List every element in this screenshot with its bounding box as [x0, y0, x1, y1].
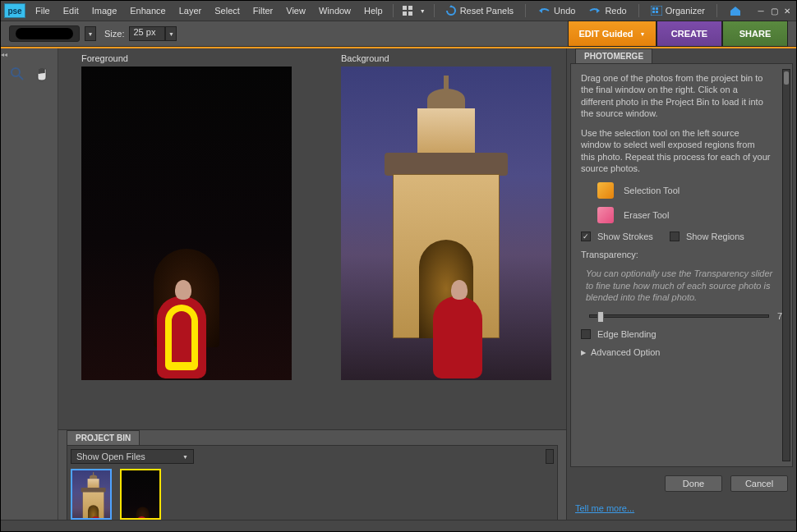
zoom-tool[interactable] [8, 65, 26, 83]
show-strokes-label: Show Strokes [597, 232, 653, 241]
svg-rect-0 [403, 6, 407, 10]
menu-enhance[interactable]: Enhance [123, 6, 172, 16]
svg-rect-2 [403, 11, 407, 16]
separator [525, 4, 526, 17]
brush-preset-dropdown[interactable]: ▼ [85, 26, 96, 41]
hand-tool[interactable] [33, 65, 51, 83]
size-control: 25 px ▼ [129, 26, 177, 41]
svg-point-9 [12, 68, 20, 76]
pencil-icon [597, 182, 614, 199]
triangle-right-icon: ▶ [581, 349, 586, 356]
transparency-slider-row: 7 [581, 311, 782, 321]
bin-thumb-2[interactable] [120, 469, 161, 520]
done-button[interactable]: Done [665, 475, 722, 492]
svg-rect-8 [656, 11, 658, 13]
bin-thumb-1[interactable] [71, 469, 112, 520]
main-area: ◂◂ Foreground [1, 48, 796, 520]
reset-panels-button[interactable]: Reset Panels [440, 3, 518, 18]
eraser-tool-label: Eraser Tool [624, 210, 669, 220]
panel-tab-row: PHOTOMERGE [567, 48, 796, 63]
separator [434, 4, 435, 17]
home-icon [729, 5, 742, 16]
advanced-option-toggle[interactable]: ▶Advanced Option [581, 347, 782, 357]
size-label: Size: [104, 29, 124, 39]
brush-preset-preview[interactable] [9, 25, 80, 42]
maximize-button[interactable]: ▢ [768, 5, 780, 16]
menu-help[interactable]: Help [357, 6, 389, 16]
svg-rect-7 [652, 11, 655, 13]
svg-rect-6 [656, 7, 658, 10]
center-area: Foreground Background [58, 48, 566, 520]
menu-filter[interactable]: Filter [246, 6, 279, 16]
transparency-slider[interactable] [589, 314, 769, 318]
project-bin-body: Show Open Files▼ [67, 445, 558, 524]
project-bin-tab[interactable]: PROJECT BIN [67, 430, 140, 445]
redo-label: Redo [605, 6, 626, 16]
chevron-down-icon: ▼ [640, 31, 646, 37]
close-button[interactable]: ✕ [781, 5, 793, 16]
undo-button[interactable]: Undo [532, 4, 580, 17]
magnifier-icon [10, 66, 25, 81]
share-tab[interactable]: SHARE [722, 21, 788, 47]
bin-scrollbar[interactable] [546, 449, 554, 464]
bin-thumbnails [71, 469, 554, 520]
grid-icon [402, 5, 415, 16]
transparency-hint: You can optionally use the Transparency … [581, 268, 782, 303]
transparency-label: Transparency: [581, 250, 782, 259]
palette-collapse[interactable]: ◂◂ [1, 50, 7, 58]
menu-window[interactable]: Window [312, 6, 357, 16]
show-regions-checkbox[interactable]: Show Regions [670, 232, 744, 241]
separator [716, 4, 717, 17]
bin-filter-dropdown[interactable]: Show Open Files▼ [71, 449, 194, 464]
undo-label: Undo [554, 6, 575, 16]
redo-button[interactable]: Redo [583, 4, 631, 17]
show-regions-label: Show Regions [686, 232, 744, 241]
background-column: Background [341, 53, 551, 426]
selection-tool-label: Selection Tool [624, 186, 680, 195]
photomerge-tab[interactable]: PHOTOMERGE [575, 48, 652, 63]
window-controls: ─ ▢ ✕ [755, 5, 793, 16]
edit-tab[interactable]: EDIT Guided▼ [568, 21, 656, 47]
eraser-icon [597, 207, 614, 223]
svg-line-10 [19, 76, 23, 80]
organizer-button[interactable]: Organizer [646, 4, 710, 17]
edit-tab-label: EDIT Guided [579, 29, 633, 39]
menu-select[interactable]: Select [208, 6, 246, 16]
selection-tool-row[interactable]: Selection Tool [581, 182, 782, 199]
arrange-documents-button[interactable]: ▼ [397, 3, 431, 18]
menu-edit[interactable]: Edit [57, 6, 85, 16]
hand-icon [35, 66, 49, 81]
slider-thumb[interactable] [597, 311, 604, 323]
organizer-icon [651, 6, 662, 16]
menu-image[interactable]: Image [85, 6, 124, 16]
menu-layer[interactable]: Layer [173, 6, 209, 16]
menubar-right: Reset Panels Undo Redo Organizer ─ [440, 3, 796, 18]
menu-view[interactable]: View [279, 6, 312, 16]
menu-file[interactable]: File [29, 6, 57, 16]
panel-intro-2: Use the selection tool on the left sourc… [581, 127, 782, 174]
minimize-button[interactable]: ─ [755, 5, 767, 16]
bin-filter-label: Show Open Files [76, 452, 145, 461]
foreground-image[interactable] [81, 66, 292, 380]
edge-blending-checkbox[interactable]: Edge Blending [581, 329, 782, 339]
chevron-down-icon: ▼ [182, 454, 188, 460]
svg-rect-1 [408, 6, 412, 10]
create-tab[interactable]: CREATE [656, 21, 722, 47]
home-button[interactable] [724, 3, 747, 18]
background-image[interactable] [341, 66, 551, 380]
size-input[interactable]: 25 px [129, 26, 165, 41]
separator [638, 4, 639, 17]
show-strokes-checkbox[interactable]: ✓Show Strokes [581, 232, 653, 241]
panel-scrollbar[interactable] [782, 69, 790, 461]
eraser-tool-row[interactable]: Eraser Tool [581, 207, 782, 223]
menubar: pse File Edit Image Enhance Layer Select… [1, 1, 796, 21]
background-label: Background [341, 53, 551, 63]
tell-me-more-link[interactable]: Tell me more... [567, 500, 796, 520]
size-dropdown[interactable]: ▼ [165, 26, 177, 41]
cancel-button[interactable]: Cancel [730, 475, 788, 492]
panel-intro-1: Drag one of the photos from the project … [581, 72, 782, 119]
status-bar [1, 520, 796, 531]
organizer-label: Organizer [666, 6, 705, 16]
right-panel: PHOTOMERGE Drag one of the photos from t… [566, 48, 796, 520]
app-window: pse File Edit Image Enhance Layer Select… [0, 0, 797, 532]
